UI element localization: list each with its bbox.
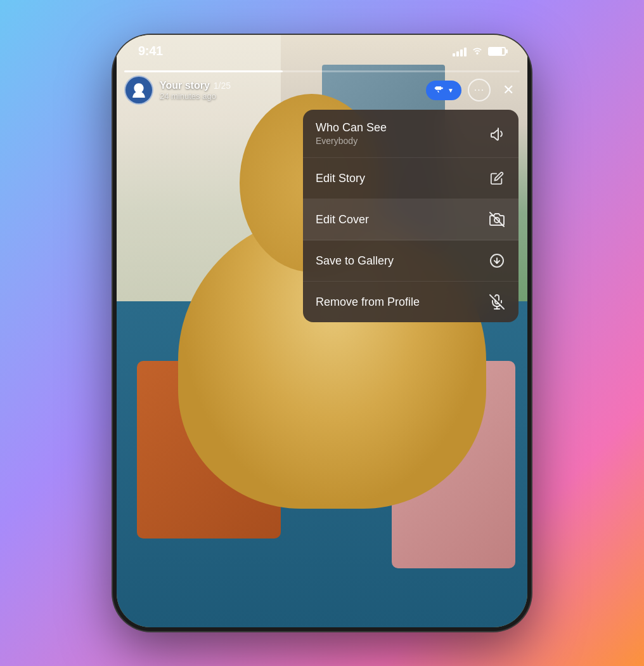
phone-frame: 9:41 xyxy=(113,35,531,631)
megaphone-icon xyxy=(434,84,444,96)
close-icon: ✕ xyxy=(503,82,514,98)
menu-item-who-can-see[interactable]: Who Can See Everybody xyxy=(303,110,518,158)
status-time: 9:41 xyxy=(138,44,163,58)
avatar xyxy=(124,75,153,105)
story-content: Your story 1/25 24 minutes ago ▼ xyxy=(117,35,527,627)
menu-item-remove-profile-label: Remove from Profile xyxy=(316,296,420,309)
story-progress-fill xyxy=(124,70,283,72)
menu-item-save-gallery-label: Save to Gallery xyxy=(316,254,394,268)
audience-button[interactable]: ▼ xyxy=(426,81,461,100)
story-meta: Your story 1/25 24 minutes ago xyxy=(160,80,231,101)
story-header: Your story 1/25 24 minutes ago ▼ xyxy=(124,75,520,105)
battery-icon xyxy=(488,47,506,56)
menu-item-who-can-see-sublabel: Everybody xyxy=(316,136,387,146)
edit-icon xyxy=(488,169,506,187)
story-time: 24 minutes ago xyxy=(160,91,231,101)
svg-line-1 xyxy=(490,212,504,226)
story-count: 1/25 xyxy=(214,81,231,91)
battery-fill xyxy=(489,48,502,55)
wifi-icon xyxy=(472,46,483,57)
camera-slash-icon xyxy=(488,211,506,228)
signal-bar-3 xyxy=(460,49,463,56)
signal-bar-4 xyxy=(464,48,467,56)
signal-bar-2 xyxy=(456,51,459,56)
menu-item-edit-cover[interactable]: Edit Cover xyxy=(303,199,518,240)
menu-item-save-gallery[interactable]: Save to Gallery xyxy=(303,240,518,282)
chevron-down-icon: ▼ xyxy=(448,87,454,94)
signal-bars-icon xyxy=(453,46,467,56)
menu-item-who-can-see-label: Who Can See xyxy=(316,121,387,134)
menu-item-remove-profile[interactable]: Remove from Profile xyxy=(303,282,518,322)
context-menu: Who Can See Everybody Edit Story xyxy=(303,110,518,322)
mute-icon xyxy=(488,293,506,311)
signal-bar-1 xyxy=(453,53,455,56)
menu-item-edit-story-label: Edit Story xyxy=(316,172,365,185)
more-button[interactable]: ··· xyxy=(468,79,491,101)
status-bar: 9:41 xyxy=(113,35,531,63)
story-user-info: Your story 1/25 24 minutes ago xyxy=(124,75,231,105)
menu-item-edit-story[interactable]: Edit Story xyxy=(303,158,518,199)
story-actions: ▼ ··· ✕ xyxy=(426,79,520,101)
megaphone-menu-icon xyxy=(488,125,506,143)
status-icons xyxy=(453,46,506,57)
menu-item-edit-cover-label: Edit Cover xyxy=(316,213,369,226)
more-dots-icon: ··· xyxy=(474,85,484,95)
download-icon xyxy=(488,252,506,270)
story-title: Your story xyxy=(160,80,210,91)
close-button[interactable]: ✕ xyxy=(497,79,520,101)
story-progress-bar xyxy=(124,70,520,72)
